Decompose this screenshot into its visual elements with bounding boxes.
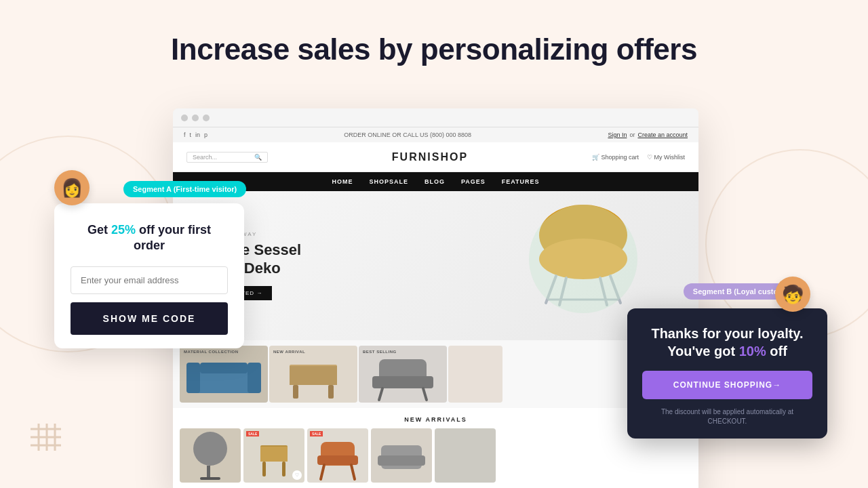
svg-line-18 bbox=[423, 388, 427, 400]
chair-bg-circle bbox=[529, 205, 637, 313]
browser-dot-2 bbox=[192, 115, 199, 121]
furnishop-search[interactable]: Search... 🔍 bbox=[186, 152, 268, 163]
nav-blog[interactable]: BLOG bbox=[425, 178, 445, 185]
instagram-icon: in bbox=[195, 131, 200, 138]
social-icons: f t in p bbox=[184, 131, 208, 138]
sale-badge-1: SALE bbox=[246, 431, 259, 436]
popup-b-title: Thanks for your loyalty. You've got 10% … bbox=[642, 325, 812, 360]
arrival-card-2: SALE bbox=[307, 428, 368, 483]
arrival-card-4 bbox=[435, 428, 496, 483]
hash-marks bbox=[31, 424, 61, 451]
product-card-0: MATERIAL COLLECTION bbox=[180, 346, 268, 403]
furnishop-actions: 🛒 Shopping cart ♡ My Wishlist bbox=[592, 154, 685, 161]
product-label-2: BEST SELLING bbox=[363, 350, 397, 354]
svg-rect-27 bbox=[317, 455, 358, 465]
search-text: Search... bbox=[193, 154, 254, 161]
furnishop-nav: HOME SHOPSALE BLOG PAGES FEATURES bbox=[173, 172, 698, 191]
svg-rect-9 bbox=[248, 363, 261, 393]
page-heading: Increase sales by personalizing offers bbox=[0, 0, 868, 88]
svg-line-29 bbox=[351, 465, 355, 479]
pinterest-icon: p bbox=[204, 131, 208, 138]
nav-shopsale[interactable]: SHOPSALE bbox=[369, 178, 408, 185]
arrival-grey-svg bbox=[371, 428, 432, 483]
new-arrivals-title: NEW ARRIVALS bbox=[180, 416, 692, 423]
popup-b-footer: The discount will be applied automatical… bbox=[642, 407, 812, 426]
svg-rect-23 bbox=[260, 447, 288, 462]
or-text: or bbox=[629, 131, 635, 138]
arrival-stool-svg bbox=[180, 428, 241, 483]
auth-links: Sign In or Create an account bbox=[608, 131, 688, 138]
segment-a-avatar: 👩 bbox=[54, 170, 90, 205]
segment-b-popup: Thanks for your loyalty. You've got 10% … bbox=[627, 308, 827, 439]
popup-b-cta-button[interactable]: CONTINUE SHOPPING→ bbox=[642, 371, 812, 399]
svg-rect-12 bbox=[290, 366, 337, 385]
hero-chair bbox=[522, 198, 644, 333]
wishlist-icon[interactable]: ♡ My Wishlist bbox=[647, 154, 685, 161]
svg-point-19 bbox=[193, 432, 227, 466]
nav-features[interactable]: FEATURES bbox=[502, 178, 540, 185]
product-chair2-svg bbox=[359, 346, 447, 403]
arrival-card-3 bbox=[371, 428, 432, 483]
arrivals-row: SALE ♡ SALE bbox=[180, 428, 692, 483]
segment-a-label: Segment A (First-time visitor) bbox=[123, 181, 246, 197]
announcement-text: ORDER ONLINE OR CALL US (800) 000 8808 bbox=[344, 131, 471, 138]
arrival-card-0 bbox=[180, 428, 241, 483]
arrival-card-1: SALE ♡ bbox=[243, 428, 304, 483]
segment-b-avatar: 🧒 bbox=[775, 277, 810, 312]
svg-rect-24 bbox=[262, 462, 266, 476]
wishlist-btn-1[interactable]: ♡ bbox=[292, 470, 302, 480]
product-card-1: NEW ARRIVAL bbox=[269, 346, 357, 403]
nav-pages[interactable]: PAGES bbox=[461, 178, 486, 185]
hero-section: THE HARD WAY oderne Sessel eutch Deko GE… bbox=[173, 191, 698, 340]
svg-rect-21 bbox=[200, 477, 220, 480]
nav-home[interactable]: HOME bbox=[332, 178, 353, 185]
browser-topbar bbox=[173, 108, 698, 127]
segment-a-container: 👩 Segment A (First-time visitor) bbox=[54, 173, 246, 205]
furnishop-site: f t in p ORDER ONLINE OR CALL US (800) 0… bbox=[173, 127, 698, 488]
facebook-icon: f bbox=[184, 131, 186, 138]
twitter-icon: t bbox=[190, 131, 192, 138]
sign-in-link[interactable]: Sign In bbox=[608, 131, 627, 138]
products-row: MATERIAL COLLECTION NEW ARRIVAL bbox=[173, 340, 698, 408]
segment-a-popup: Get 25% off your first order SHOW ME COD… bbox=[54, 203, 244, 348]
svg-rect-8 bbox=[186, 363, 200, 393]
popup-a-title: Get 25% off your first order bbox=[71, 222, 228, 254]
product-table-svg bbox=[269, 346, 357, 403]
popup-a-email-input[interactable] bbox=[71, 266, 228, 294]
create-account-link[interactable]: Create an account bbox=[637, 131, 688, 138]
svg-rect-16 bbox=[372, 376, 433, 388]
svg-line-28 bbox=[321, 465, 324, 479]
popup-a-cta-button[interactable]: SHOW ME CODE bbox=[71, 302, 228, 335]
arrival-chair-svg bbox=[307, 428, 368, 483]
cart-icon[interactable]: 🛒 Shopping cart bbox=[592, 154, 639, 161]
svg-rect-25 bbox=[282, 462, 285, 476]
product-label-1: NEW ARRIVAL bbox=[273, 350, 305, 354]
furnishop-header: Search... 🔍 FURNISHOP 🛒 Shopping cart ♡ … bbox=[173, 142, 698, 172]
product-card-2: BEST SELLING bbox=[359, 346, 447, 403]
svg-rect-31 bbox=[378, 455, 425, 466]
browser-dot-1 bbox=[181, 115, 188, 121]
svg-rect-14 bbox=[328, 385, 334, 399]
product-card-3 bbox=[448, 346, 502, 403]
svg-line-17 bbox=[379, 388, 382, 400]
new-arrivals-section: NEW ARRIVALS SALE bbox=[173, 408, 698, 488]
svg-rect-13 bbox=[293, 385, 298, 399]
announcement-bar: f t in p ORDER ONLINE OR CALL US (800) 0… bbox=[173, 127, 698, 142]
product-label-0: MATERIAL COLLECTION bbox=[184, 350, 239, 354]
browser-dot-3 bbox=[203, 115, 210, 121]
furnishop-logo: FURNISHOP bbox=[392, 151, 468, 163]
product-sofa-svg bbox=[180, 346, 268, 403]
sale-badge-2: SALE bbox=[310, 431, 323, 436]
browser-mockup: f t in p ORDER ONLINE OR CALL US (800) 0… bbox=[173, 108, 698, 488]
segment-b-container: Segment B (Loyal customer) 🧒 bbox=[684, 283, 804, 300]
svg-rect-10 bbox=[200, 363, 248, 373]
search-icon[interactable]: 🔍 bbox=[254, 154, 262, 161]
